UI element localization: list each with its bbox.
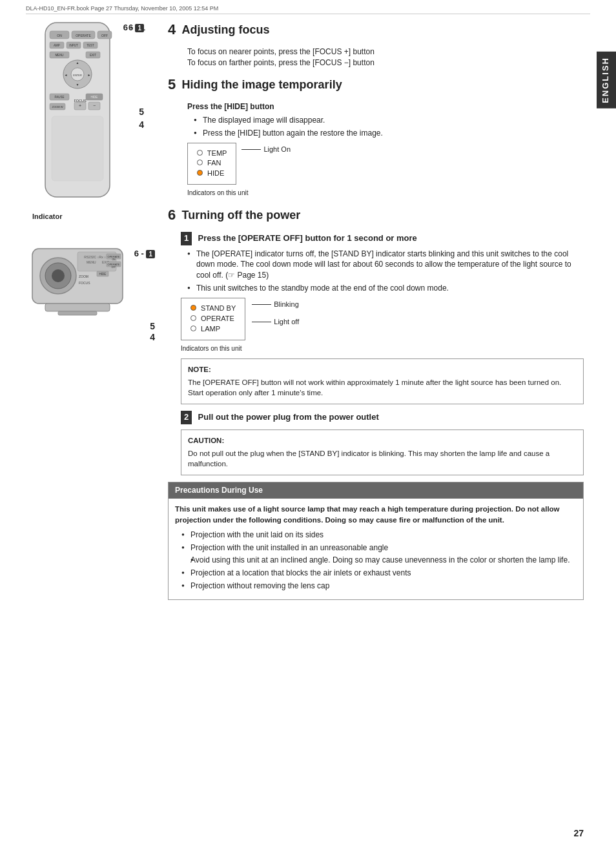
svg-text:MENU: MENU bbox=[55, 54, 63, 57]
section-6-step1: 1 Press the [OPERATE OFF] button for 1 s… bbox=[181, 232, 584, 404]
svg-text:PAUSE: PAUSE bbox=[55, 96, 65, 99]
fan-label: FAN bbox=[207, 159, 221, 167]
diag-inner-5: TEMP FAN HIDE bbox=[187, 143, 236, 185]
label-5-top: 5 bbox=[139, 107, 144, 117]
hide-row: HIDE bbox=[197, 169, 227, 179]
step1-bullet-2: This unit switches to the standby mode a… bbox=[187, 283, 584, 294]
temp-row: TEMP bbox=[197, 149, 227, 159]
page-number: 27 bbox=[573, 828, 584, 838]
section-6-step2: 2 Pull out the power plug from the power… bbox=[181, 411, 584, 475]
arrow-light-off bbox=[252, 322, 271, 322]
hide-bullet-2: Press the [HIDE] button again the restor… bbox=[194, 128, 584, 139]
svg-text:ENTER: ENTER bbox=[73, 74, 82, 77]
caution-box: CAUTION: Do not pull out the plug when t… bbox=[181, 429, 584, 475]
svg-text:ON: ON bbox=[112, 258, 116, 261]
step1-header: 1 Press the [OPERATE OFF] button for 1 s… bbox=[181, 232, 584, 245]
svg-text:AMP: AMP bbox=[54, 44, 60, 47]
section-6: 6 Turning off the power bbox=[168, 205, 584, 225]
step1-title: Press the [OPERATE OFF] button for 1 sec… bbox=[198, 233, 417, 245]
temp-label: TEMP bbox=[207, 149, 227, 157]
focus-line1: To focus on nearer points, press the [FO… bbox=[187, 47, 584, 57]
projector-area: RS232C ○Rx ○Tx MENU EXIT ZOOM FOCUS OPER… bbox=[26, 223, 155, 354]
english-side-tab: ENGLISH bbox=[597, 52, 616, 109]
section-4: 4 Adjusting focus bbox=[168, 19, 584, 40]
section-5-bullets: The displayed image will disappear. Pres… bbox=[194, 115, 584, 139]
light-on-arrow: Light On bbox=[241, 145, 291, 155]
section-6-step1-indicator-diagram: STAND BY OPERATE LAMP Blinking bbox=[181, 298, 584, 340]
left-column: 6 - 1 ON OPERATE OFF AMP INPUT bbox=[26, 19, 161, 354]
fan-circle bbox=[197, 160, 203, 165]
section-6-number: 6 bbox=[168, 205, 176, 225]
section-4-body: To focus on nearer points, press the [FO… bbox=[187, 47, 584, 69]
light-off-arrow: Light off bbox=[252, 317, 299, 327]
svg-text:HIDE: HIDE bbox=[99, 273, 107, 276]
svg-text:◄: ◄ bbox=[65, 73, 68, 77]
lamp-circle bbox=[190, 326, 196, 331]
precautions-bullet-2: Projection with the unit installed in an… bbox=[181, 543, 577, 553]
svg-rect-35 bbox=[52, 116, 103, 181]
light-off-label: Light off bbox=[274, 317, 299, 327]
caution-text: Do not pull out the plug when the [STAND… bbox=[188, 448, 577, 470]
section-5-indicators-below: Indicators on this unit bbox=[187, 189, 584, 198]
section-6-title: Turning off the power bbox=[182, 207, 301, 223]
precautions-bold-text: This unit makes use of a light source la… bbox=[175, 504, 577, 525]
step2-number: 2 bbox=[181, 411, 192, 424]
precautions-bullets: Projection with the unit laid on its sid… bbox=[181, 530, 577, 592]
lamp-label: LAMP bbox=[201, 325, 220, 333]
svg-text:OPERATE: OPERATE bbox=[76, 34, 91, 37]
diag-arrows-5: Light On bbox=[241, 143, 291, 157]
step1-bullet-1: The [OPERATE] indicator turns off, the [… bbox=[187, 249, 584, 281]
sidetab-label: ENGLISH bbox=[601, 57, 610, 103]
light-on-label: Light On bbox=[263, 145, 291, 155]
section-5: 5 Hiding the image temporarily bbox=[168, 74, 584, 95]
section-5-title: Hiding the image temporarily bbox=[182, 76, 342, 93]
svg-text:ON: ON bbox=[57, 34, 62, 37]
indicator-label: Indicator bbox=[32, 212, 161, 220]
top-bar: DLA-HD10_EN-FR.book Page 27 Thursday, No… bbox=[26, 5, 590, 14]
svg-rect-54 bbox=[45, 304, 110, 311]
fan-row: FAN bbox=[197, 158, 227, 169]
step2-header: 2 Pull out the power plug from the power… bbox=[181, 411, 584, 424]
operate-row: OPERATE bbox=[190, 314, 236, 324]
svg-point-39 bbox=[52, 269, 65, 282]
blinking-label: Blinking bbox=[274, 300, 299, 310]
label-5-bot: 5 bbox=[150, 321, 155, 331]
section-4-title: Adjusting focus bbox=[182, 21, 270, 38]
label-4-bot: 4 bbox=[150, 332, 155, 342]
step2-title: Pull out the power plug from the power o… bbox=[198, 411, 379, 424]
temp-circle bbox=[197, 150, 203, 156]
step1-bullets: The [OPERATE] indicator turns off, the [… bbox=[187, 249, 584, 294]
precautions-bullet-4: Projection at a location that blocks the… bbox=[181, 568, 577, 579]
hide-button-title: Press the [HIDE] button bbox=[187, 101, 584, 112]
hide-circle bbox=[197, 170, 203, 176]
hide-bullet-1: The displayed image will disappear. bbox=[194, 115, 584, 126]
note-box: NOTE: The [OPERATE OFF] button will not … bbox=[181, 358, 584, 404]
svg-text:►: ► bbox=[88, 73, 91, 77]
diag-inner-6: STAND BY OPERATE LAMP bbox=[181, 298, 245, 340]
precautions-bullet-3: Avoid using this unit at an inclined ang… bbox=[190, 555, 577, 566]
svg-text:HIDE: HIDE bbox=[91, 96, 98, 99]
note-title: NOTE: bbox=[188, 364, 577, 375]
svg-text:RS232C ○Rx ○Tx: RS232C ○Rx ○Tx bbox=[84, 255, 110, 259]
svg-text:MENU: MENU bbox=[87, 260, 96, 264]
svg-text:ZOOM: ZOOM bbox=[79, 274, 88, 278]
label-4-top: 4 bbox=[139, 119, 144, 130]
operate-circle bbox=[190, 315, 196, 321]
svg-text:OFF: OFF bbox=[112, 266, 116, 269]
projector-svg: RS232C ○Rx ○Tx MENU EXIT ZOOM FOCUS OPER… bbox=[26, 223, 149, 352]
svg-text:FOCUS: FOCUS bbox=[79, 281, 90, 285]
precautions-body: This unit makes use of a light source la… bbox=[169, 499, 583, 599]
note-text: The [OPERATE OFF] button will not work w… bbox=[188, 377, 577, 398]
svg-text:FOCUS: FOCUS bbox=[74, 99, 87, 103]
right-column: 4 Adjusting focus To focus on nearer poi… bbox=[168, 19, 584, 605]
section-6-step1-indicators-below: Indicators on this unit bbox=[181, 344, 584, 354]
caution-title: CAUTION: bbox=[188, 435, 577, 446]
lamp-row: LAMP bbox=[190, 324, 236, 335]
standby-row: STAND BY bbox=[190, 304, 236, 314]
svg-text:+: + bbox=[79, 103, 81, 108]
svg-text:TEST: TEST bbox=[87, 44, 94, 47]
arrow-blinking bbox=[252, 304, 271, 305]
precautions-bullet-5: Projection without removing the lens cap bbox=[181, 581, 577, 592]
remote-svg: ON OPERATE OFF AMP INPUT TEST MENU bbox=[36, 19, 119, 207]
label-6-1-bot: 6 - 1 bbox=[134, 249, 155, 258]
